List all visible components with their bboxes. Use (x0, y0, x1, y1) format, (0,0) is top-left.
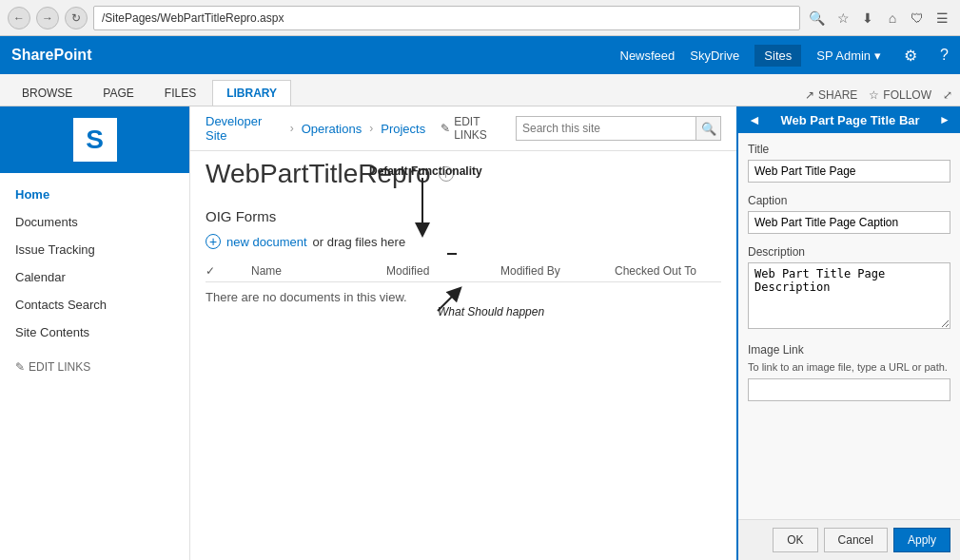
sites-link[interactable]: Sites (754, 45, 801, 67)
new-doc-suffix: or drag files here (313, 235, 406, 249)
panel-expand-icon[interactable]: ► (939, 113, 950, 126)
site-nav-bar: Developer Site › Operations › Projects ✎… (190, 106, 736, 151)
site-search-button[interactable]: 🔍 (696, 116, 721, 141)
focus-button[interactable]: ⤢ (943, 88, 952, 102)
site-nav-edit-links[interactable]: ✎ EDIT LINKS (441, 115, 512, 142)
ribbon-tabs: BROWSE PAGE FILES LIBRARY ↗ SHARE ☆ FOLL… (0, 74, 960, 106)
home-icon[interactable]: ⌂ (882, 8, 903, 29)
operations-link[interactable]: Operations (302, 122, 362, 136)
search-icon-2: 🔍 (701, 122, 716, 136)
sp-nav-links: Newsfeed SkyDrive Sites SP Admin ▾ ⚙ ? (620, 45, 950, 67)
caption-field: Caption (748, 194, 950, 234)
share-icon: ↗ (805, 88, 814, 102)
developer-site-link[interactable]: Developer Site (206, 114, 283, 143)
sidebar-logo: S (0, 106, 189, 173)
sidebar-item-site-contents[interactable]: Site Contents (0, 319, 189, 346)
follow-button[interactable]: ☆ FOLLOW (869, 88, 931, 102)
forward-button[interactable]: → (36, 7, 59, 29)
image-link-field: Image Link To link to an image file, typ… (748, 343, 950, 401)
description-label: Description (748, 245, 950, 259)
search-icon[interactable]: 🔍 (806, 8, 827, 29)
panel-header: ◄ Web Part Page Title Bar ► (738, 106, 960, 133)
image-link-input[interactable] (748, 378, 950, 401)
oig-forms-title: OIG Forms (206, 208, 721, 224)
checked-out-col-header[interactable]: Checked Out To (607, 264, 721, 278)
sidebar-item-issue-tracking[interactable]: Issue Tracking (0, 236, 189, 263)
browser-right-icons: ☆ ⬇ ⌂ 🛡 ☰ (833, 8, 952, 29)
star-icon: ☆ (869, 88, 879, 102)
plus-circle-icon: + (206, 234, 221, 249)
caption-input[interactable] (748, 211, 950, 234)
tab-files[interactable]: FILES (150, 80, 210, 106)
description-field: Description Web Part Title Page Descript… (748, 245, 950, 332)
image-link-label: Image Link (748, 343, 950, 357)
sidebar-item-home[interactable]: Home (0, 181, 189, 208)
doc-table-header: ✓ Name Modified Modified By Checked Out … (206, 261, 721, 282)
sidebar-edit-links[interactable]: ✎ EDIT LINKS (0, 354, 189, 380)
tab-browse[interactable]: BROWSE (8, 80, 87, 106)
new-document-link[interactable]: + new document or drag files here (206, 234, 721, 249)
sp-header: SharePoint Newsfeed SkyDrive Sites SP Ad… (0, 36, 960, 74)
content-area: Developer Site › Operations › Projects ✎… (190, 106, 736, 560)
apply-button[interactable]: Apply (893, 528, 950, 552)
no-docs-message: There are no documents in this view. (206, 282, 721, 312)
sp-admin-label: SP Admin (816, 48, 871, 63)
newsfeed-link[interactable]: Newsfeed (620, 48, 676, 63)
bookmark-star-icon[interactable]: ☆ (833, 8, 853, 29)
tab-page[interactable]: PAGE (88, 80, 147, 106)
check-col: ✓ (206, 264, 225, 278)
image-link-desc: To link to an image file, type a URL or … (748, 360, 950, 375)
info-icon[interactable]: i (439, 166, 454, 182)
menu-icon[interactable]: ☰ (931, 8, 952, 29)
sidebar: S Home Documents Issue Tracking Calendar… (0, 106, 190, 560)
sp-logo: SharePoint (11, 47, 620, 64)
sidebar-item-calendar[interactable]: Calendar (0, 263, 189, 291)
back-button[interactable]: ← (8, 7, 30, 29)
ok-button[interactable]: OK (773, 528, 817, 552)
nav-sep-2: › (369, 122, 373, 135)
oig-section: OIG Forms + new document or drag files h… (190, 193, 736, 327)
nav-sep-1: › (290, 122, 294, 135)
projects-link[interactable]: Projects (381, 122, 425, 136)
skydrive-link[interactable]: SkyDrive (690, 48, 739, 63)
name-col-header[interactable]: Name (244, 264, 379, 278)
tab-library[interactable]: LIBRARY (212, 80, 291, 106)
new-doc-label: new document (226, 235, 307, 249)
modified-by-col-header[interactable]: Modified By (493, 264, 607, 278)
ribbon-actions: ↗ SHARE ☆ FOLLOW ⤢ (805, 88, 952, 106)
gear-icon[interactable]: ⚙ (904, 47, 917, 65)
site-search-input[interactable] (516, 116, 696, 141)
right-panel: ◄ Web Part Page Title Bar ► Title Captio… (736, 106, 960, 560)
url-bar[interactable] (93, 6, 800, 30)
title-field: Title (748, 143, 950, 183)
browser-bar: ← → ↻ 🔍 ☆ ⬇ ⌂ 🛡 ☰ (0, 0, 960, 36)
panel-footer: OK Cancel Apply (738, 519, 960, 560)
sp-admin-menu[interactable]: SP Admin ▾ (816, 48, 881, 63)
sidebar-item-contacts-search[interactable]: Contacts Search (0, 291, 189, 319)
chevron-down-icon: ▾ (874, 48, 881, 63)
description-textarea[interactable]: Web Part Title Page Description (748, 262, 950, 329)
modified-col-header[interactable]: Modified (379, 264, 493, 278)
download-icon[interactable]: ⬇ (857, 8, 878, 29)
sidebar-nav: Home Documents Issue Tracking Calendar C… (0, 173, 189, 354)
panel-title: Web Part Page Title Bar (780, 113, 919, 127)
focus-icon: ⤢ (943, 88, 952, 102)
pencil-icon-2: ✎ (441, 122, 450, 135)
sidebar-item-documents[interactable]: Documents (0, 208, 189, 236)
panel-body: Title Caption Description Web Part Title… (738, 133, 960, 519)
help-icon[interactable]: ? (940, 47, 949, 64)
sp-icon-box: S (73, 118, 117, 162)
site-search: 🔍 (516, 116, 721, 141)
panel-close-icon[interactable]: ◄ (748, 112, 761, 127)
page-title-area: WebPartTitleRepro i (190, 151, 736, 193)
page-title: WebPartTitleRepro (206, 159, 431, 189)
cancel-button[interactable]: Cancel (824, 528, 888, 552)
sp-s-icon: S (86, 125, 104, 155)
title-label: Title (748, 143, 950, 156)
main-wrapper: S Home Documents Issue Tracking Calendar… (0, 106, 960, 560)
pencil-icon: ✎ (15, 360, 25, 374)
refresh-button[interactable]: ↻ (65, 7, 88, 29)
shield-icon[interactable]: 🛡 (907, 8, 928, 29)
share-button[interactable]: ↗ SHARE (805, 88, 857, 102)
title-input[interactable] (748, 160, 950, 183)
